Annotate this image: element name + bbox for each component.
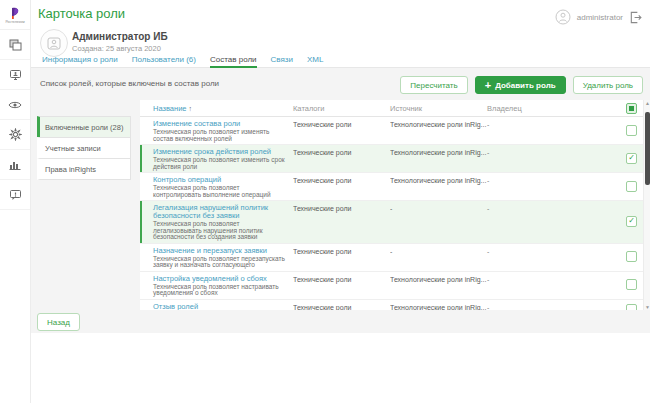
column-header-catalogs: Каталоги [293,104,390,113]
role-name-link[interactable]: Отзыв ролей [153,303,285,311]
user-name: administrator [577,13,623,22]
row-checkbox[interactable] [626,304,637,310]
sidebar-item-monitoring[interactable] [0,90,30,120]
tab-label: Информация о роли [42,55,118,64]
tab-label: Связи [271,55,293,64]
role-source-cell: Технологические роли inRig... [390,148,487,157]
role-description: Техническая роль позволяет легализовыват… [153,221,285,241]
role-title: Администратор ИБ [72,31,168,42]
row-checkbox[interactable] [626,216,637,227]
subnav-item[interactable]: Права inRights [37,158,131,180]
table-header: Название↑ Каталоги Источник Владелец [140,100,650,117]
user-avatar-icon [555,9,571,25]
role-name-cell: Изменение состава роли Техническая роль … [153,120,293,142]
logout-icon[interactable] [629,11,642,24]
back-button[interactable]: Назад [37,313,80,331]
plus-icon: + [485,80,491,91]
subnav-item-label: Учетные записи [45,144,101,153]
role-catalog-cell: Технические роли [293,148,390,157]
sidebar-item-display[interactable] [0,60,30,90]
add-role-button[interactable]: +Добавить роль [475,76,566,94]
role-name-cell: Назначение и перезапуск заявки Техническ… [153,247,293,269]
bar-chart-icon [9,159,21,170]
role-name-cell: Изменение срока действия ролей Техническ… [153,148,293,170]
row-checkbox[interactable] [626,181,637,192]
table-row: Легализация нарушений политик безопаснос… [140,201,650,244]
role-name-cell: Настройка уведомлений о сбоях Техническа… [153,275,293,297]
feedback-icon [9,189,22,201]
sidebar-item-analytics[interactable] [0,150,30,180]
table-scrollbar[interactable]: ▲ ▼ [643,100,650,310]
role-source-cell: Технологические роли inRig... [390,120,487,129]
role-name-cell: Легализация нарушений политик безопаснос… [153,204,293,241]
table-row: Отзыв ролей Техническая роль позволяет о… [140,300,650,311]
logo-text: Ростелеком [5,20,24,24]
app-sidebar: Ростелеком [0,0,31,403]
user-menu[interactable]: administrator [555,9,642,25]
role-description: Техническая роль позволяет изменять сост… [153,129,285,142]
role-owner-cell: - [487,148,527,156]
sidebar-item-settings[interactable] [0,120,30,150]
role-name-link[interactable]: Изменение срока действия ролей [153,148,285,156]
role-name-link[interactable]: Назначение и перезапуск заявки [153,247,285,255]
role-catalog-cell: Технические роли [293,204,390,213]
role-catalog-cell: Технические роли [293,120,390,129]
role-owner-cell: - [487,204,527,212]
tab-label: Пользователи (6) [132,55,196,64]
tab[interactable]: Состав роли [210,54,257,67]
delete-role-button[interactable]: Удалить роль [573,76,643,94]
recalculate-button[interactable]: Пересчитать [400,76,467,94]
rostelecom-flag-icon [9,7,21,20]
tab[interactable]: Пользователи (6) [132,54,196,67]
row-checkbox[interactable] [626,251,637,262]
list-description: Список ролей, которые включены в состав … [40,79,219,88]
table-row: Контроль операций Техническая роль позво… [140,173,650,201]
role-name-link[interactable]: Контроль операций [153,176,285,184]
column-header-owner: Владелец [487,104,527,113]
scroll-down-icon[interactable]: ▼ [644,304,650,310]
role-created-date: Создана: 25 августа 2020 [72,44,161,53]
sort-asc-icon[interactable]: ↑ [189,105,193,112]
role-name-link[interactable]: Настройка уведомлений о сбоях [153,275,285,283]
tab-label: Состав роли [210,55,257,64]
page-title: Карточка роли [38,6,125,21]
row-checkbox[interactable] [626,125,637,136]
role-name-link[interactable]: Изменение состава роли [153,120,285,128]
table-body: Изменение состава роли Техническая роль … [140,117,650,310]
role-description: Техническая роль позволяет изменить срок… [153,157,285,170]
eye-icon [8,100,22,110]
role-source-cell: - [390,247,487,256]
sidebar-item-feedback[interactable] [0,180,30,210]
subnav-item[interactable]: Учетные записи [37,137,131,159]
row-checkbox[interactable] [626,153,637,164]
role-source-cell: - [390,204,487,213]
role-owner-cell: - [487,176,527,184]
role-catalog-cell: Технические роли [293,275,390,284]
role-name-link[interactable]: Легализация нарушений политик безопаснос… [153,204,285,220]
role-owner-cell: - [487,247,527,255]
role-owner-cell: - [487,120,527,128]
role-owner-cell: - [487,275,527,283]
select-all-checkbox[interactable] [626,103,637,114]
sidebar-item-catalogs[interactable] [0,30,30,60]
role-owner-cell: - [487,303,527,311]
app-logo[interactable]: Ростелеком [0,0,30,30]
subnav-item-label: Включенные роли (28) [45,123,123,132]
subnav-item[interactable]: Включенные роли (28) [37,116,131,138]
tab[interactable]: XML [307,54,323,67]
role-source-cell: Технологические роли inRig... [390,176,487,185]
row-checkbox[interactable] [626,279,637,290]
table-row: Изменение состава роли Техническая роль … [140,117,650,145]
role-catalog-cell: Технические роли [293,303,390,311]
scrollbar-thumb[interactable] [645,112,650,185]
scroll-up-icon[interactable]: ▲ [644,100,650,106]
table-row: Настройка уведомлений о сбоях Техническа… [140,272,650,300]
role-catalog-cell: Технические роли [293,176,390,185]
windows-icon [9,39,22,51]
tab[interactable]: Связи [271,54,293,67]
column-header-name[interactable]: Название↑ [153,104,293,113]
role-description: Техническая роль позволяет контролироват… [153,185,285,198]
role-avatar [40,29,68,57]
role-description: Техническая роль позволяет перезапускать… [153,256,285,269]
tab[interactable]: Информация о роли [42,54,118,67]
